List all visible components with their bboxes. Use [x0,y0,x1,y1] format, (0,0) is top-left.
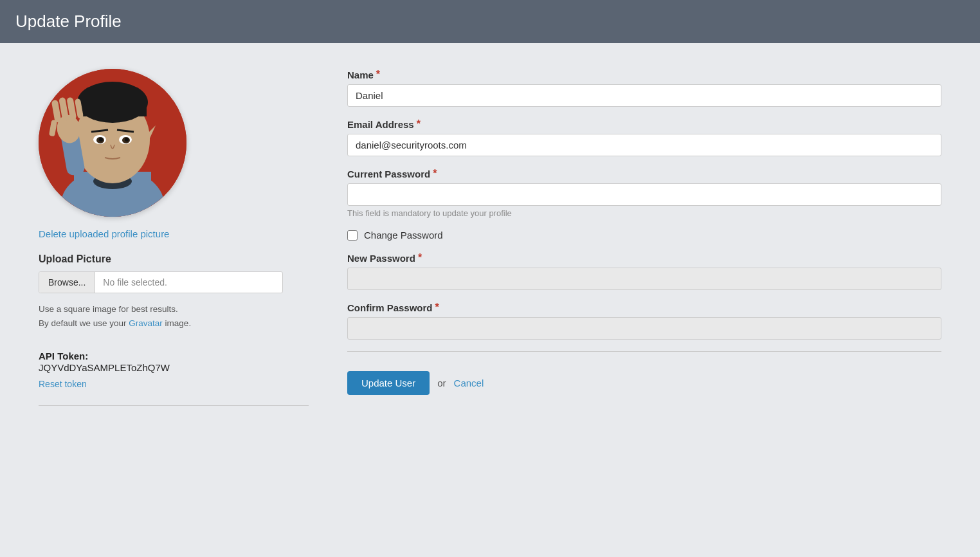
name-required: * [376,69,380,80]
change-password-row: Change Password [347,230,941,241]
update-user-button[interactable]: Update User [347,371,430,395]
hint-line2-after: image. [163,318,191,328]
change-password-checkbox[interactable] [347,230,358,241]
new-password-required: * [418,252,422,264]
name-group: Name * [347,69,941,107]
right-panel: Name * Email Address * Current Password … [347,69,941,421]
api-token-label: API Token: [39,351,88,361]
file-input-wrapper: Browse... No file selected. [39,271,283,293]
api-token-section: API Token: JQYVdDYaSAMPLEToZhQ7W Reset t… [39,351,170,390]
new-password-group: New Password * [347,252,941,290]
current-password-hint: This field is mandatory to update your p… [347,208,941,218]
gravatar-link[interactable]: Gravatar [129,318,163,328]
email-required: * [417,118,421,130]
upload-hint: Use a square image for best results. By … [39,302,191,330]
svg-point-15 [125,138,129,142]
email-group: Email Address * [347,118,941,156]
delete-picture-link[interactable]: Delete uploaded profile picture [39,228,169,239]
confirm-password-label: Confirm Password * [347,302,941,313]
name-input[interactable] [347,84,941,107]
main-content: Delete uploaded profile picture Upload P… [0,43,980,447]
current-password-group: Current Password * This field is mandato… [347,168,941,218]
api-token-label-row: API Token: [39,351,170,362]
api-token-value: JQYVdDYaSAMPLEToZhQ7W [39,362,170,373]
form-divider [347,351,941,352]
confirm-password-required: * [435,302,439,313]
cancel-link[interactable]: Cancel [454,378,484,388]
current-password-label: Current Password * [347,168,941,179]
or-text: or [437,378,446,388]
email-input[interactable] [347,134,941,156]
left-divider [39,405,309,406]
browse-button[interactable]: Browse... [39,272,95,293]
email-label: Email Address * [347,118,941,130]
left-panel: Delete uploaded profile picture Upload P… [39,69,309,421]
confirm-password-group: Confirm Password * [347,302,941,340]
form-actions: Update User or Cancel [347,371,941,395]
page-header: Update Profile [0,0,980,43]
reset-token-link[interactable]: Reset token [39,379,87,389]
current-password-required: * [433,168,437,179]
change-password-label[interactable]: Change Password [364,230,443,241]
svg-rect-7 [78,102,147,116]
name-label: Name * [347,69,941,80]
confirm-password-input[interactable] [347,317,941,340]
hint-line1: Use a square image for best results. [39,304,178,314]
new-password-input[interactable] [347,268,941,290]
avatar [39,69,186,217]
new-password-label: New Password * [347,252,941,264]
svg-point-14 [99,138,103,142]
page-title: Update Profile [15,12,122,31]
hint-line2-before: By default we use your [39,318,129,328]
upload-picture-label: Upload Picture [39,253,111,265]
current-password-input[interactable] [347,183,941,206]
file-name-display: No file selected. [95,272,282,293]
